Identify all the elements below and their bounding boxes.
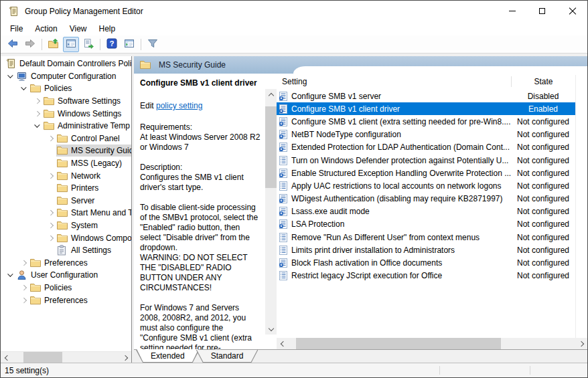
minimize-button[interactable] — [497, 1, 527, 21]
help-icon: ? — [106, 38, 117, 51]
policy-plain-icon — [279, 181, 289, 191]
forward-arrow-button[interactable] — [22, 37, 38, 52]
chevron-closed-icon[interactable] — [46, 133, 56, 143]
tree-item-policies[interactable]: Policies — [1, 282, 131, 294]
setting-row[interactable]: Extended Protection for LDAP Authenticat… — [277, 141, 575, 154]
tree-item-software-settings[interactable]: Software Settings — [1, 95, 131, 108]
tree-item-content: Preferences — [29, 257, 131, 269]
back-arrow-button[interactable] — [5, 37, 21, 52]
tree-item-server[interactable]: Server — [1, 195, 131, 207]
tree-item-printers[interactable]: Printers — [1, 182, 131, 195]
chevron-open-icon[interactable] — [6, 270, 16, 280]
folder-icon — [30, 83, 42, 94]
menu-help[interactable]: Help — [93, 23, 122, 35]
tree-item-label: Computer Configuration — [31, 72, 116, 81]
tree-item-windows-compo[interactable]: Windows Compo — [1, 231, 131, 244]
maximize-button[interactable] — [527, 1, 557, 21]
setting-row[interactable]: Block Flash activation in Office documen… — [277, 256, 575, 269]
tab-extended[interactable]: Extended — [136, 350, 200, 363]
chevron-closed-icon[interactable] — [46, 221, 56, 231]
show-console-tree-button[interactable] — [63, 37, 79, 52]
chevron-open-icon[interactable] — [33, 121, 43, 131]
tree-item-label: Policies — [44, 84, 72, 93]
tree-item-content: Printers — [56, 182, 131, 194]
filter-button[interactable] — [145, 37, 161, 52]
chevron-closed-icon[interactable] — [19, 295, 29, 305]
show-action-pane-button[interactable] — [121, 37, 137, 52]
setting-row[interactable]: Configure SMB v1 serverDisabled — [277, 90, 575, 102]
tree-item-control-panel[interactable]: Control Panel — [1, 132, 131, 145]
tree-item-preferences[interactable]: Preferences — [1, 294, 131, 306]
tree-item-start-menu-and-t[interactable]: Start Menu and T — [1, 207, 131, 219]
state-column-header[interactable]: State — [511, 76, 575, 87]
setting-row[interactable]: WDigest Authentication (disabling may re… — [277, 193, 575, 205]
chevron-open-icon[interactable] — [19, 84, 29, 94]
chevron-closed-icon[interactable] — [33, 108, 43, 118]
menu-action[interactable]: Action — [29, 23, 63, 35]
chevron-open-icon[interactable] — [6, 71, 16, 81]
chevron-closed-icon[interactable] — [46, 171, 56, 181]
edit-policy-line: Edit policy setting — [140, 101, 261, 111]
tree-item-computer-configuration[interactable]: Computer Configuration — [1, 70, 131, 83]
setting-row[interactable]: Apply UAC restrictions to local accounts… — [277, 179, 575, 192]
description-paragraph: For Windows 7 and Servers 2008, 2008R2, … — [140, 303, 261, 349]
tree-item-preferences[interactable]: Preferences — [1, 257, 131, 270]
scroll-down-button[interactable] — [265, 323, 277, 335]
folder-icon — [57, 133, 68, 144]
scrollbar-thumb[interactable] — [23, 352, 62, 363]
chevron-closed-icon[interactable] — [46, 208, 56, 218]
policy-arrow-icon — [279, 130, 289, 139]
scroll-right-button[interactable] — [120, 352, 131, 363]
tree-item-content: Start Menu and T — [56, 207, 131, 219]
tree-item-ms-security-guid[interactable]: MS Security Guid — [1, 145, 131, 157]
tree-item-system[interactable]: System — [1, 219, 131, 232]
setting-row[interactable]: Turn on Windows Defender protection agai… — [277, 154, 575, 167]
tree-item-network[interactable]: Network — [1, 169, 131, 182]
chevron-closed-icon[interactable] — [33, 96, 43, 106]
export-list-button[interactable] — [80, 37, 96, 52]
tree-item-default-domain-controllers-poli[interactable]: Default Domain Controllers Poli — [1, 58, 131, 70]
menu-file[interactable]: File — [4, 23, 29, 35]
setting-row[interactable]: Restrict legacy JScript execution for Of… — [277, 270, 575, 282]
scrollbar-thumb[interactable] — [296, 338, 501, 349]
tree-item-content: All Settings — [56, 244, 131, 256]
setting-row[interactable]: Lsass.exe audit modeNot configured — [277, 205, 575, 218]
scroll-right-button[interactable] — [576, 338, 587, 349]
setting-state: Not configured — [511, 233, 575, 242]
close-button[interactable] — [557, 1, 587, 21]
tab-standard[interactable]: Standard — [196, 350, 259, 363]
tree-item-all-settings[interactable]: All Settings — [1, 244, 131, 257]
setting-row[interactable]: Enable Structured Exception Handling Ove… — [277, 167, 575, 179]
edit-policy-setting-link[interactable]: policy setting — [156, 101, 202, 110]
tree-item-policies[interactable]: Policies — [1, 82, 131, 95]
setting-row[interactable]: Limits print driver installation to Admi… — [277, 244, 575, 256]
policy-arrow-icon — [279, 194, 289, 203]
tree-item-content: Control Panel — [56, 132, 131, 145]
menu-view[interactable]: View — [64, 23, 93, 35]
tree-item-windows-settings[interactable]: Windows Settings — [1, 107, 131, 120]
chevron-closed-icon[interactable] — [19, 282, 29, 292]
setting-row[interactable]: Configure SMB v1 client driverEnabled — [277, 102, 575, 115]
setting-state: Not configured — [511, 246, 575, 255]
folder-icon — [57, 171, 68, 181]
setting-row[interactable]: LSA ProtectionNot configured — [277, 218, 575, 231]
setting-row[interactable]: Configure SMB v1 client (extra setting n… — [277, 115, 575, 128]
tree-item-mss-legacy-[interactable]: MSS (Legacy) — [1, 157, 131, 170]
scrollbar-thumb[interactable] — [265, 106, 277, 188]
scroll-up-button[interactable] — [265, 89, 277, 100]
scroll-left-button[interactable] — [277, 338, 288, 349]
status-text: 15 setting(s) — [5, 366, 49, 375]
chevron-closed-icon[interactable] — [46, 233, 56, 243]
setting-state: Not configured — [511, 258, 575, 268]
setting-row[interactable]: Remove "Run As Different User" from cont… — [277, 231, 575, 244]
setting-column-header[interactable]: Setting — [277, 77, 511, 86]
scroll-left-button[interactable] — [1, 352, 12, 363]
up-one-level-folder-button[interactable] — [46, 37, 62, 52]
tree-item-user-configuration[interactable]: User Configuration — [1, 269, 131, 282]
setting-row[interactable]: NetBT NodeType configurationNot configur… — [277, 128, 575, 141]
chevron-closed-icon[interactable] — [19, 258, 29, 268]
help-button[interactable]: ? — [104, 37, 120, 52]
tree-item-administrative-temp[interactable]: Administrative Temp — [1, 120, 131, 132]
folder-icon — [57, 183, 68, 193]
tree-item-label: MS Security Guid — [71, 146, 131, 155]
